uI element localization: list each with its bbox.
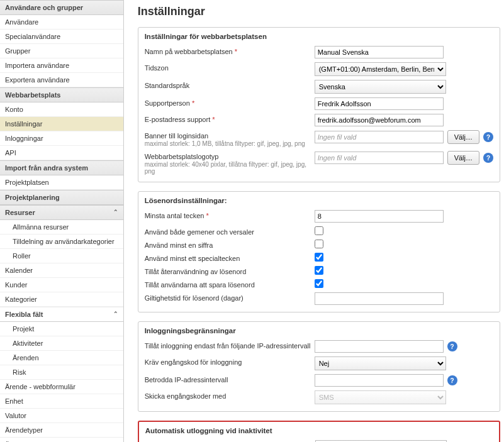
- nav-item-assign-categories[interactable]: Tilldelning av användarkategorier: [0, 235, 123, 249]
- nav-item-issue-types[interactable]: Ärendetyper: [0, 423, 123, 438]
- workspace-name-input[interactable]: [315, 46, 444, 58]
- panel-title-workspace: Inställningar för webbarbetsplatsen: [138, 28, 500, 43]
- nav-item-issue-webform[interactable]: Ärende - webbformulär: [0, 380, 123, 394]
- logo-file-input: [315, 152, 444, 164]
- otp-select[interactable]: Nej: [315, 356, 446, 370]
- nav-item-settings[interactable]: Inställningar: [0, 117, 123, 131]
- nav-item-groups[interactable]: Grupper: [0, 44, 123, 58]
- label-logo: Webbarbetsplatslogotyp: [145, 153, 219, 160]
- sidebar: Användare och grupper Användare Speciala…: [0, 0, 124, 442]
- help-icon[interactable]: ?: [447, 341, 457, 351]
- label-support-person: Supportperson: [145, 99, 190, 107]
- checkbox-use-case[interactable]: [315, 226, 323, 235]
- nav-item-customers[interactable]: Kunder: [0, 278, 123, 292]
- hint-banner: maximal storlek: 1,0 MB, tillåtna filtyp…: [145, 140, 315, 147]
- nav-item-roles[interactable]: Roller: [0, 249, 123, 263]
- nav-header-resources-label: Resurser: [5, 209, 35, 216]
- nav-item-calendar[interactable]: Kalender: [0, 263, 123, 278]
- nav-item-flex-activities[interactable]: Aktiviteter: [0, 336, 123, 351]
- required-icon: *: [212, 116, 215, 123]
- label-workspace-name: Namn på webbarbetsplatsen: [145, 48, 233, 55]
- help-icon[interactable]: ?: [483, 153, 493, 163]
- nav-item-logins[interactable]: Inloggningar: [0, 131, 123, 146]
- nav-header-flex-label: Flexibla fält: [5, 311, 43, 318]
- label-use-case: Använd både gemener och versaler: [145, 226, 315, 236]
- nav-item-general-resources[interactable]: Allmänna resurser: [0, 220, 123, 235]
- nav-item-flex-project[interactable]: Projekt: [0, 322, 123, 336]
- support-email-input[interactable]: [315, 114, 444, 126]
- label-language: Standardspråk: [145, 80, 315, 89]
- checkbox-allow-save[interactable]: [315, 279, 323, 288]
- nav-item-currencies[interactable]: Valutor: [0, 409, 123, 423]
- label-min-chars: Minsta antal tecken: [145, 212, 204, 219]
- label-expiry: Giltighetstid för lösenord (dagar): [145, 292, 315, 302]
- nav-item-categories[interactable]: Kategorier: [0, 292, 123, 307]
- label-timezone: Tidszon: [145, 62, 315, 72]
- ip-range-input[interactable]: [315, 340, 444, 353]
- nav-header-flex-fields[interactable]: Flexibla fält ⌃: [0, 307, 123, 322]
- trusted-ip-input[interactable]: [315, 374, 444, 387]
- label-allow-reuse: Tillåt återanvändning av lösenord: [145, 266, 315, 275]
- nav-item-export-users[interactable]: Exportera användare: [0, 73, 123, 87]
- nav-item-issue-params[interactable]: Ärendeparametrar: [0, 438, 123, 442]
- nav-item-projectplace[interactable]: Projektplatsen: [0, 175, 123, 190]
- hint-logo: maximal storlek: 40x40 pixlar, tillåtna …: [145, 161, 315, 175]
- panel-auto-logout: Automatisk utloggning vid inaktivitet Lo…: [138, 421, 500, 442]
- support-person-input[interactable]: [315, 97, 444, 110]
- nav-header-workspace[interactable]: Webbarbetsplats: [0, 87, 123, 102]
- label-allow-save: Tillåt användarna att spara lösenord: [145, 279, 315, 289]
- label-support-email: E-postadress support: [145, 116, 211, 123]
- panel-title-auto-logout: Automatisk utloggning vid inaktivitet: [139, 422, 499, 437]
- checkbox-allow-reuse[interactable]: [315, 266, 323, 275]
- logo-choose-button[interactable]: Välj…: [447, 151, 479, 165]
- nav-item-api[interactable]: API: [0, 146, 123, 160]
- label-use-digit: Använd minst en siffra: [145, 240, 315, 249]
- panel-title-login: Inloggningsbegränsningar: [138, 322, 500, 337]
- label-banner: Banner till loginsidan: [145, 132, 209, 140]
- nav-item-users[interactable]: Användare: [0, 15, 123, 30]
- nav-header-import[interactable]: Import från andra system: [0, 160, 123, 175]
- label-ip-range: Tillåt inloggning endast från följande I…: [145, 340, 315, 350]
- nav-item-account[interactable]: Konto: [0, 102, 123, 117]
- label-require-otp: Kräv engångskod för inloggning: [145, 356, 315, 366]
- min-chars-input[interactable]: [315, 210, 444, 223]
- banner-choose-button[interactable]: Välj…: [447, 130, 479, 144]
- nav-item-special-users[interactable]: Specialanvändare: [0, 30, 123, 44]
- banner-file-input: [315, 131, 444, 143]
- chevron-up-icon[interactable]: ⌃: [113, 209, 118, 215]
- nav-item-import-users[interactable]: Importera användare: [0, 58, 123, 73]
- required-icon: *: [192, 99, 194, 107]
- panel-title-password: Lösenordsinställningar:: [138, 192, 500, 207]
- checkbox-use-digit[interactable]: [315, 240, 323, 248]
- send-otp-select: SMS: [315, 390, 446, 404]
- expiry-input[interactable]: [315, 292, 444, 305]
- page-title: Inställningar: [138, 5, 504, 18]
- help-icon[interactable]: ?: [483, 132, 493, 142]
- nav-header-resources[interactable]: Resurser ⌃: [0, 205, 123, 220]
- language-select[interactable]: Svenska: [315, 80, 446, 94]
- nav-item-unit[interactable]: Enhet: [0, 394, 123, 409]
- required-icon: *: [206, 212, 209, 219]
- chevron-up-icon[interactable]: ⌃: [113, 311, 118, 317]
- panel-login-restrictions: Inloggningsbegränsningar Tillåt inloggni…: [138, 321, 500, 412]
- nav-header-project-planning[interactable]: Projektplanering: [0, 190, 123, 205]
- label-send-otp: Skicka engångskoder med: [145, 390, 315, 400]
- label-use-special: Använd minst ett specialtecken: [145, 253, 315, 262]
- panel-workspace-settings: Inställningar för webbarbetsplatsen Namn…: [138, 27, 500, 182]
- label-trusted-ip: Betrodda IP-adressintervall: [145, 374, 315, 384]
- help-icon[interactable]: ?: [447, 375, 457, 385]
- nav-header-users-groups[interactable]: Användare och grupper: [0, 0, 123, 15]
- main-content: Inställningar Inställningar för webbarbe…: [124, 0, 504, 442]
- nav-item-flex-issues[interactable]: Ärenden: [0, 351, 123, 365]
- panel-password-settings: Lösenordsinställningar: Minsta antal tec…: [138, 191, 500, 312]
- timezone-select[interactable]: (GMT+01:00) Amsterdam, Berlin, Bern, Rom: [315, 62, 446, 76]
- checkbox-use-special[interactable]: [315, 253, 323, 262]
- required-icon: *: [235, 48, 237, 55]
- nav-item-flex-risk[interactable]: Risk: [0, 365, 123, 380]
